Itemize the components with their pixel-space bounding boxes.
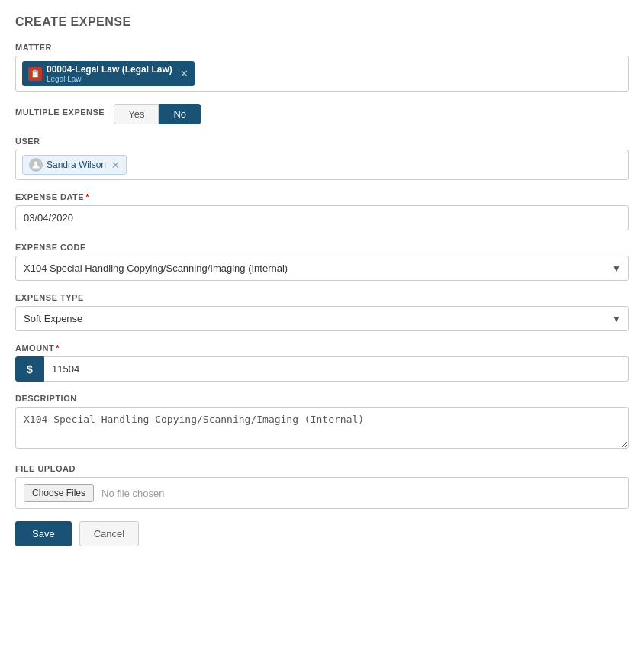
matter-tag-icon: 📋: [28, 67, 42, 81]
expense-date-input[interactable]: [15, 205, 629, 230]
multiple-expense-no-button[interactable]: No: [159, 104, 201, 124]
expense-type-select[interactable]: Soft Expense: [15, 306, 629, 331]
form-button-row: Save Cancel: [15, 521, 629, 546]
matter-tag-close-icon[interactable]: ✕: [180, 68, 188, 79]
multiple-expense-label: MULTIPLE EXPENSE: [15, 108, 105, 117]
multiple-expense-field-group: MULTIPLE EXPENSE Yes No: [15, 104, 629, 124]
file-upload-label: FILE UPLOAD: [15, 464, 629, 473]
description-textarea[interactable]: X104 Special Handling Copying/Scanning/I…: [15, 407, 629, 449]
expense-date-label: EXPENSE DATE*: [15, 192, 629, 201]
user-avatar: [29, 158, 43, 172]
matter-tag-inner: 00004-Legal Law (Legal Law) Legal Law: [47, 64, 172, 83]
user-label: USER: [15, 137, 629, 146]
file-upload-field-group: FILE UPLOAD Choose Files No file chosen: [15, 464, 629, 509]
matter-tag: 📋 00004-Legal Law (Legal Law) Legal Law …: [22, 61, 195, 86]
amount-field-group: AMOUNT* $: [15, 343, 629, 382]
matter-label: MATTER: [15, 43, 629, 52]
cancel-button[interactable]: Cancel: [79, 521, 139, 546]
matter-field-group: MATTER 📋 00004-Legal Law (Legal Law) Leg…: [15, 43, 629, 92]
amount-input-group: $: [15, 356, 629, 382]
description-field-group: DESCRIPTION X104 Special Handling Copyin…: [15, 394, 629, 452]
user-input-box[interactable]: Sandra Wilson ✕: [15, 150, 629, 180]
save-button[interactable]: Save: [15, 521, 72, 546]
amount-currency-symbol: $: [15, 356, 44, 382]
expense-code-field-group: EXPENSE CODE X104 Special Handling Copyi…: [15, 243, 629, 281]
matter-input-box[interactable]: 📋 00004-Legal Law (Legal Law) Legal Law …: [15, 56, 629, 92]
amount-label: AMOUNT*: [15, 343, 629, 353]
user-tag-close-icon[interactable]: ✕: [111, 159, 120, 171]
user-tag-name: Sandra Wilson: [47, 159, 106, 170]
amount-input[interactable]: [44, 356, 629, 382]
expense-code-select-wrapper: X104 Special Handling Copying/Scanning/I…: [15, 256, 629, 281]
description-label: DESCRIPTION: [15, 394, 629, 403]
choose-files-button[interactable]: Choose Files: [24, 484, 94, 502]
user-field-group: USER Sandra Wilson ✕: [15, 137, 629, 180]
expense-type-field-group: EXPENSE TYPE Soft Expense ▼: [15, 293, 629, 331]
matter-tag-title: 00004-Legal Law (Legal Law): [47, 64, 172, 75]
expense-date-field-group: EXPENSE DATE*: [15, 192, 629, 230]
expense-code-select[interactable]: X104 Special Handling Copying/Scanning/I…: [15, 256, 629, 281]
expense-type-select-wrapper: Soft Expense ▼: [15, 306, 629, 331]
svg-point-0: [34, 162, 38, 166]
expense-type-label: EXPENSE TYPE: [15, 293, 629, 302]
multiple-expense-toggle[interactable]: Yes No: [114, 104, 201, 124]
expense-code-label: EXPENSE CODE: [15, 243, 629, 252]
file-upload-box: Choose Files No file chosen: [15, 477, 629, 509]
user-tag: Sandra Wilson ✕: [22, 155, 127, 175]
page-title: CREATE EXPENSE: [15, 15, 629, 29]
multiple-expense-yes-button[interactable]: Yes: [114, 104, 159, 124]
matter-tag-subtitle: Legal Law: [47, 75, 172, 83]
no-file-chosen-text: No file chosen: [101, 488, 164, 499]
